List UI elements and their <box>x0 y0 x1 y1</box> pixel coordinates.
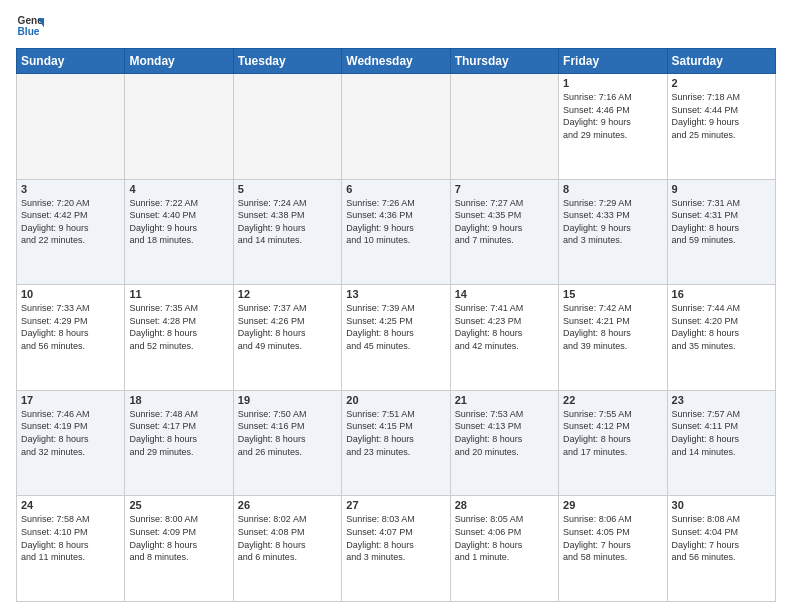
day-info: Sunrise: 8:00 AM Sunset: 4:09 PM Dayligh… <box>129 513 228 563</box>
day-info: Sunrise: 7:44 AM Sunset: 4:20 PM Dayligh… <box>672 302 771 352</box>
day-info: Sunrise: 7:24 AM Sunset: 4:38 PM Dayligh… <box>238 197 337 247</box>
weekday-header: Thursday <box>450 49 558 74</box>
day-number: 22 <box>563 394 662 406</box>
calendar-cell <box>450 74 558 180</box>
day-info: Sunrise: 7:46 AM Sunset: 4:19 PM Dayligh… <box>21 408 120 458</box>
day-number: 16 <box>672 288 771 300</box>
day-number: 14 <box>455 288 554 300</box>
calendar-cell: 18Sunrise: 7:48 AM Sunset: 4:17 PM Dayli… <box>125 390 233 496</box>
day-number: 20 <box>346 394 445 406</box>
weekday-header: Friday <box>559 49 667 74</box>
day-info: Sunrise: 7:29 AM Sunset: 4:33 PM Dayligh… <box>563 197 662 247</box>
day-number: 15 <box>563 288 662 300</box>
day-info: Sunrise: 7:27 AM Sunset: 4:35 PM Dayligh… <box>455 197 554 247</box>
day-info: Sunrise: 8:08 AM Sunset: 4:04 PM Dayligh… <box>672 513 771 563</box>
day-info: Sunrise: 8:02 AM Sunset: 4:08 PM Dayligh… <box>238 513 337 563</box>
day-number: 2 <box>672 77 771 89</box>
day-number: 12 <box>238 288 337 300</box>
svg-text:Blue: Blue <box>18 26 40 37</box>
calendar-cell: 10Sunrise: 7:33 AM Sunset: 4:29 PM Dayli… <box>17 285 125 391</box>
calendar-cell: 1Sunrise: 7:16 AM Sunset: 4:46 PM Daylig… <box>559 74 667 180</box>
day-number: 30 <box>672 499 771 511</box>
day-info: Sunrise: 7:51 AM Sunset: 4:15 PM Dayligh… <box>346 408 445 458</box>
calendar-cell: 15Sunrise: 7:42 AM Sunset: 4:21 PM Dayli… <box>559 285 667 391</box>
calendar-cell: 12Sunrise: 7:37 AM Sunset: 4:26 PM Dayli… <box>233 285 341 391</box>
day-info: Sunrise: 7:33 AM Sunset: 4:29 PM Dayligh… <box>21 302 120 352</box>
calendar-cell: 25Sunrise: 8:00 AM Sunset: 4:09 PM Dayli… <box>125 496 233 602</box>
day-info: Sunrise: 7:31 AM Sunset: 4:31 PM Dayligh… <box>672 197 771 247</box>
weekday-header: Tuesday <box>233 49 341 74</box>
calendar-cell: 13Sunrise: 7:39 AM Sunset: 4:25 PM Dayli… <box>342 285 450 391</box>
day-number: 29 <box>563 499 662 511</box>
calendar-cell: 11Sunrise: 7:35 AM Sunset: 4:28 PM Dayli… <box>125 285 233 391</box>
calendar-cell: 4Sunrise: 7:22 AM Sunset: 4:40 PM Daylig… <box>125 179 233 285</box>
calendar-cell: 7Sunrise: 7:27 AM Sunset: 4:35 PM Daylig… <box>450 179 558 285</box>
day-number: 18 <box>129 394 228 406</box>
day-info: Sunrise: 7:18 AM Sunset: 4:44 PM Dayligh… <box>672 91 771 141</box>
calendar-cell <box>125 74 233 180</box>
day-info: Sunrise: 7:39 AM Sunset: 4:25 PM Dayligh… <box>346 302 445 352</box>
day-number: 6 <box>346 183 445 195</box>
calendar-cell: 16Sunrise: 7:44 AM Sunset: 4:20 PM Dayli… <box>667 285 775 391</box>
day-number: 23 <box>672 394 771 406</box>
day-info: Sunrise: 7:20 AM Sunset: 4:42 PM Dayligh… <box>21 197 120 247</box>
day-number: 11 <box>129 288 228 300</box>
day-number: 9 <box>672 183 771 195</box>
calendar-cell: 9Sunrise: 7:31 AM Sunset: 4:31 PM Daylig… <box>667 179 775 285</box>
day-number: 8 <box>563 183 662 195</box>
day-number: 27 <box>346 499 445 511</box>
day-info: Sunrise: 7:22 AM Sunset: 4:40 PM Dayligh… <box>129 197 228 247</box>
calendar-cell: 17Sunrise: 7:46 AM Sunset: 4:19 PM Dayli… <box>17 390 125 496</box>
calendar-cell <box>17 74 125 180</box>
day-number: 26 <box>238 499 337 511</box>
day-number: 19 <box>238 394 337 406</box>
day-info: Sunrise: 7:35 AM Sunset: 4:28 PM Dayligh… <box>129 302 228 352</box>
day-number: 17 <box>21 394 120 406</box>
day-number: 1 <box>563 77 662 89</box>
calendar-cell: 28Sunrise: 8:05 AM Sunset: 4:06 PM Dayli… <box>450 496 558 602</box>
day-number: 3 <box>21 183 120 195</box>
calendar-cell: 22Sunrise: 7:55 AM Sunset: 4:12 PM Dayli… <box>559 390 667 496</box>
day-info: Sunrise: 7:50 AM Sunset: 4:16 PM Dayligh… <box>238 408 337 458</box>
day-info: Sunrise: 7:26 AM Sunset: 4:36 PM Dayligh… <box>346 197 445 247</box>
day-info: Sunrise: 7:41 AM Sunset: 4:23 PM Dayligh… <box>455 302 554 352</box>
day-info: Sunrise: 8:05 AM Sunset: 4:06 PM Dayligh… <box>455 513 554 563</box>
calendar-cell: 3Sunrise: 7:20 AM Sunset: 4:42 PM Daylig… <box>17 179 125 285</box>
calendar-cell: 27Sunrise: 8:03 AM Sunset: 4:07 PM Dayli… <box>342 496 450 602</box>
day-number: 4 <box>129 183 228 195</box>
day-number: 21 <box>455 394 554 406</box>
calendar-cell: 21Sunrise: 7:53 AM Sunset: 4:13 PM Dayli… <box>450 390 558 496</box>
weekday-header: Saturday <box>667 49 775 74</box>
calendar-cell: 5Sunrise: 7:24 AM Sunset: 4:38 PM Daylig… <box>233 179 341 285</box>
calendar-cell: 14Sunrise: 7:41 AM Sunset: 4:23 PM Dayli… <box>450 285 558 391</box>
day-info: Sunrise: 8:03 AM Sunset: 4:07 PM Dayligh… <box>346 513 445 563</box>
day-info: Sunrise: 7:16 AM Sunset: 4:46 PM Dayligh… <box>563 91 662 141</box>
day-info: Sunrise: 7:53 AM Sunset: 4:13 PM Dayligh… <box>455 408 554 458</box>
weekday-header: Monday <box>125 49 233 74</box>
day-number: 25 <box>129 499 228 511</box>
day-number: 10 <box>21 288 120 300</box>
calendar-cell: 26Sunrise: 8:02 AM Sunset: 4:08 PM Dayli… <box>233 496 341 602</box>
calendar-cell: 29Sunrise: 8:06 AM Sunset: 4:05 PM Dayli… <box>559 496 667 602</box>
day-number: 28 <box>455 499 554 511</box>
calendar-cell: 8Sunrise: 7:29 AM Sunset: 4:33 PM Daylig… <box>559 179 667 285</box>
day-info: Sunrise: 7:55 AM Sunset: 4:12 PM Dayligh… <box>563 408 662 458</box>
calendar-cell: 2Sunrise: 7:18 AM Sunset: 4:44 PM Daylig… <box>667 74 775 180</box>
day-number: 7 <box>455 183 554 195</box>
weekday-header: Sunday <box>17 49 125 74</box>
calendar-cell: 6Sunrise: 7:26 AM Sunset: 4:36 PM Daylig… <box>342 179 450 285</box>
calendar-cell <box>342 74 450 180</box>
calendar-cell: 24Sunrise: 7:58 AM Sunset: 4:10 PM Dayli… <box>17 496 125 602</box>
calendar-cell: 19Sunrise: 7:50 AM Sunset: 4:16 PM Dayli… <box>233 390 341 496</box>
calendar-cell: 20Sunrise: 7:51 AM Sunset: 4:15 PM Dayli… <box>342 390 450 496</box>
calendar-cell: 23Sunrise: 7:57 AM Sunset: 4:11 PM Dayli… <box>667 390 775 496</box>
weekday-header: Wednesday <box>342 49 450 74</box>
day-number: 24 <box>21 499 120 511</box>
day-number: 13 <box>346 288 445 300</box>
calendar-cell: 30Sunrise: 8:08 AM Sunset: 4:04 PM Dayli… <box>667 496 775 602</box>
day-info: Sunrise: 7:57 AM Sunset: 4:11 PM Dayligh… <box>672 408 771 458</box>
calendar-cell <box>233 74 341 180</box>
day-info: Sunrise: 8:06 AM Sunset: 4:05 PM Dayligh… <box>563 513 662 563</box>
day-info: Sunrise: 7:48 AM Sunset: 4:17 PM Dayligh… <box>129 408 228 458</box>
day-number: 5 <box>238 183 337 195</box>
